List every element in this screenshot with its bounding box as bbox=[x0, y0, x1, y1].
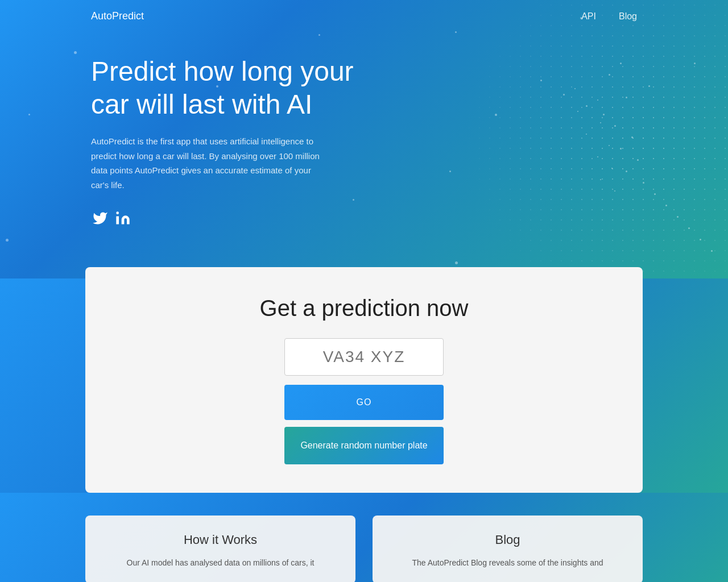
hero-content: Predict how long your car will last with… bbox=[0, 32, 728, 261]
linkedin-icon[interactable] bbox=[114, 209, 132, 227]
how-it-works-card: How it Works Our AI model has analysed d… bbox=[85, 516, 355, 582]
how-it-works-text: Our AI model has analysed data on millio… bbox=[102, 556, 338, 569]
nav-links: API Blog bbox=[581, 11, 637, 22]
twitter-icon[interactable] bbox=[91, 209, 109, 227]
bottom-section: How it Works Our AI model has analysed d… bbox=[0, 493, 728, 582]
nav-blog[interactable]: Blog bbox=[619, 11, 637, 22]
blog-title: Blog bbox=[390, 533, 626, 547]
blog-card: Blog The AutoPredict Blog reveals some o… bbox=[373, 516, 643, 582]
hero-title: Predict how long your car will last with… bbox=[91, 55, 375, 120]
prediction-card: Get a prediction now GO Generate random … bbox=[85, 267, 643, 493]
brand-logo[interactable]: AutoPredict bbox=[91, 10, 144, 22]
social-icons bbox=[91, 209, 637, 227]
hero-description: AutoPredict is the first app that uses a… bbox=[91, 134, 330, 192]
go-button[interactable]: GO bbox=[284, 385, 444, 420]
blog-text: The AutoPredict Blog reveals some of the… bbox=[390, 556, 626, 569]
how-it-works-title: How it Works bbox=[102, 533, 338, 547]
svg-point-0 bbox=[116, 212, 119, 215]
prediction-title: Get a prediction now bbox=[108, 296, 620, 321]
navbar: AutoPredict API Blog bbox=[0, 0, 728, 32]
generate-button[interactable]: Generate random number plate bbox=[284, 427, 444, 464]
hero-section: AutoPredict API Blog Predict how long yo… bbox=[0, 0, 728, 278]
plate-input[interactable] bbox=[284, 338, 444, 376]
nav-api[interactable]: API bbox=[581, 11, 596, 22]
